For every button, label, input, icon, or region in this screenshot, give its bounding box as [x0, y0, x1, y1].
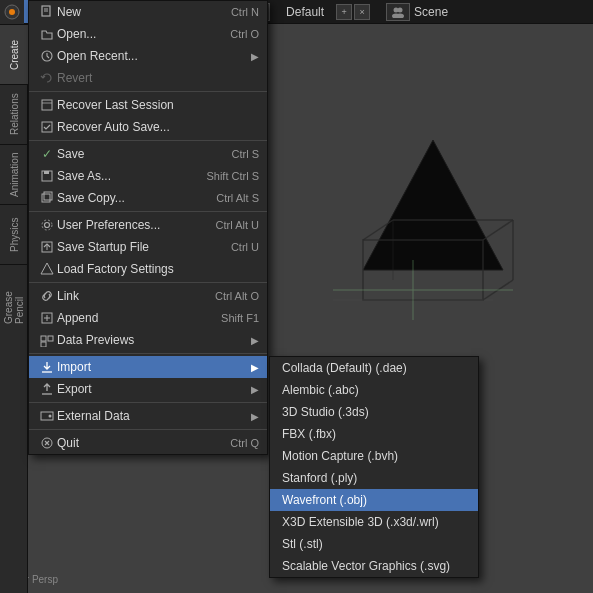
save-shortcut: Ctrl S	[232, 148, 260, 160]
scene-svg	[333, 120, 533, 320]
import-bvh[interactable]: Motion Capture (.bvh)	[270, 445, 478, 467]
link-icon	[37, 288, 57, 304]
svg-point-42	[49, 415, 52, 418]
import-3ds[interactable]: 3D Studio (.3ds)	[270, 401, 478, 423]
import-svg[interactable]: Scalable Vector Graphics (.svg)	[270, 555, 478, 577]
open-icon	[37, 26, 57, 42]
quit-label: Quit	[57, 436, 222, 450]
recent-icon	[37, 48, 57, 64]
collada-label: Collada (Default) (.dae)	[282, 361, 407, 375]
blender-icon[interactable]	[0, 0, 24, 24]
import-stl[interactable]: Stl (.stl)	[270, 533, 478, 555]
sidebar-tab-grease[interactable]: Grease Pencil	[0, 264, 28, 324]
menu-export[interactable]: Export ▶	[29, 378, 267, 400]
svg-rect-21	[42, 100, 52, 110]
bvh-label: Motion Capture (.bvh)	[282, 449, 398, 463]
svg-rect-23	[42, 122, 52, 132]
startup-shortcut: Ctrl U	[231, 241, 259, 253]
import-ply[interactable]: Stanford (.ply)	[270, 467, 478, 489]
import-collada[interactable]: Collada (Default) (.dae)	[270, 357, 478, 379]
startup-label: Save Startup File	[57, 240, 223, 254]
save-as-label: Save As...	[57, 169, 198, 183]
alembic-label: Alembic (.abc)	[282, 383, 359, 397]
menu-external-data[interactable]: External Data ▶	[29, 405, 267, 427]
menu-open[interactable]: Open... Ctrl O	[29, 23, 267, 45]
save-copy-shortcut: Ctrl Alt S	[216, 192, 259, 204]
open-recent-label: Open Recent...	[57, 49, 247, 63]
sidebar-tab-animation[interactable]: Animation	[0, 144, 28, 204]
export-label: Export	[57, 382, 247, 396]
save-icon: ✓	[37, 146, 57, 162]
append-shortcut: Shift F1	[221, 312, 259, 324]
startup-icon	[37, 239, 57, 255]
open-label: Open...	[57, 27, 222, 41]
menu-recover-last[interactable]: Recover Last Session	[29, 94, 267, 116]
import-x3d[interactable]: X3D Extensible 3D (.x3d/.wrl)	[270, 511, 478, 533]
sidebar-tab-relations[interactable]: Relations	[0, 84, 28, 144]
menu-link[interactable]: Link Ctrl Alt O	[29, 285, 267, 307]
menu-append[interactable]: Append Shift F1	[29, 307, 267, 329]
svg-rect-38	[41, 342, 46, 347]
extdata-icon	[37, 408, 57, 424]
append-label: Append	[57, 311, 213, 325]
menu-revert[interactable]: Revert	[29, 67, 267, 89]
menu-save-copy[interactable]: Save Copy... Ctrl Alt S	[29, 187, 267, 209]
divider-5	[29, 353, 267, 354]
svg-rect-26	[42, 194, 50, 202]
import-arrow: ▶	[251, 362, 259, 373]
add-button[interactable]: +	[336, 4, 352, 20]
menu-save[interactable]: ✓ Save Ctrl S	[29, 143, 267, 165]
sidebar-tab-physics[interactable]: Physics	[0, 204, 28, 264]
menu-factory[interactable]: Load Factory Settings	[29, 258, 267, 280]
users-icon[interactable]	[386, 3, 410, 21]
menu-import[interactable]: Import ▶	[29, 356, 267, 378]
menu-data-previews[interactable]: Data Previews ▶	[29, 329, 267, 351]
sidebar-tab-create[interactable]: Create	[0, 24, 28, 84]
revert-icon	[37, 70, 57, 86]
menu-save-as[interactable]: Save As... Shift Ctrl S	[29, 165, 267, 187]
viewport[interactable]: User Persp New Ctrl N O	[0, 0, 593, 593]
close-button[interactable]: ×	[354, 4, 370, 20]
svg-point-1	[9, 9, 15, 15]
menu-quit[interactable]: Quit Ctrl Q	[29, 432, 267, 454]
3ds-label: 3D Studio (.3ds)	[282, 405, 369, 419]
obj-label: Wavefront (.obj)	[282, 493, 367, 507]
menu-open-recent[interactable]: Open Recent... ▶	[29, 45, 267, 67]
recover2-icon	[37, 119, 57, 135]
scene-label: Scene	[414, 5, 448, 19]
x3d-label: X3D Extensible 3D (.x3d/.wrl)	[282, 515, 439, 529]
menu-user-prefs[interactable]: User Preferences... Ctrl Alt U	[29, 214, 267, 236]
file-icon	[37, 4, 57, 20]
new-label: New	[57, 5, 223, 19]
import-submenu: Collada (Default) (.dae) Alembic (.abc) …	[269, 356, 479, 578]
import-obj[interactable]: Wavefront (.obj)	[270, 489, 478, 511]
append-icon	[37, 310, 57, 326]
import-fbx[interactable]: FBX (.fbx)	[270, 423, 478, 445]
svg-point-3	[398, 7, 403, 12]
import-alembic[interactable]: Alembic (.abc)	[270, 379, 478, 401]
quit-shortcut: Ctrl Q	[230, 437, 259, 449]
export-arrow: ▶	[251, 384, 259, 395]
user-prefs-shortcut: Ctrl Alt U	[216, 219, 259, 231]
save-label: Save	[57, 147, 224, 161]
divider-2	[29, 140, 267, 141]
svg-marker-6	[363, 140, 503, 270]
main-layout: Create Relations Animation Physics Greas…	[0, 24, 593, 593]
divider-3	[29, 211, 267, 212]
recover-icon	[37, 97, 57, 113]
recover-last-label: Recover Last Session	[57, 98, 259, 112]
menu-startup[interactable]: Save Startup File Ctrl U	[29, 236, 267, 258]
stl-label: Stl (.stl)	[282, 537, 323, 551]
layout-label: Default	[286, 5, 324, 19]
svg-marker-32	[41, 263, 53, 274]
svg-rect-37	[48, 336, 53, 341]
menu-recover-auto[interactable]: Recover Auto Save...	[29, 116, 267, 138]
data-previews-label: Data Previews	[57, 333, 247, 347]
svg-line-8	[483, 220, 513, 240]
prefs-icon	[37, 217, 57, 233]
previews-icon	[37, 332, 57, 348]
revert-label: Revert	[57, 71, 259, 85]
svg-rect-25	[44, 171, 49, 174]
menu-new[interactable]: New Ctrl N	[29, 1, 267, 23]
factory-icon	[37, 261, 57, 277]
